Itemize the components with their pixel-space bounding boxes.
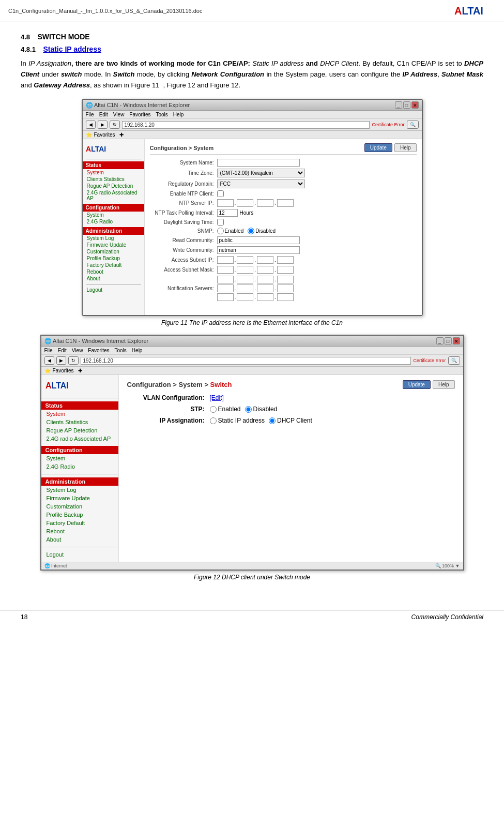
maximize-btn-2[interactable]: □ bbox=[445, 337, 452, 344]
menu2-file[interactable]: File bbox=[44, 348, 53, 353]
update-button-1[interactable]: Update bbox=[364, 143, 392, 152]
select-regdomain[interactable]: FCC bbox=[217, 179, 305, 188]
sidebar-custom[interactable]: Customization bbox=[83, 248, 144, 255]
ip-ntp-1[interactable] bbox=[217, 199, 234, 207]
input-read-comm[interactable] bbox=[217, 236, 300, 244]
back-btn-2[interactable]: ◀ bbox=[44, 356, 54, 365]
checkbox-dst[interactable] bbox=[217, 219, 224, 226]
favorites-add-2[interactable]: ✚ bbox=[78, 368, 82, 373]
ip-mask-2[interactable] bbox=[237, 266, 253, 274]
help-button-1[interactable]: Help bbox=[394, 143, 417, 152]
sidebar2-custom[interactable]: Customization bbox=[41, 502, 118, 511]
sidebar-24g[interactable]: 2.4G radio Associated AP bbox=[83, 189, 144, 202]
notif-1-2[interactable] bbox=[237, 276, 253, 283]
notif-2-4[interactable] bbox=[277, 284, 294, 292]
notif-3-4[interactable] bbox=[277, 293, 294, 301]
static-ip-radio[interactable] bbox=[210, 417, 217, 424]
ip-ntp-3[interactable] bbox=[257, 199, 273, 207]
sidebar-logout[interactable]: Logout bbox=[83, 287, 144, 293]
menu-help[interactable]: Help bbox=[173, 112, 184, 117]
sidebar2-firmware[interactable]: Firmware Update bbox=[41, 494, 118, 502]
sidebar-about[interactable]: About bbox=[83, 275, 144, 282]
sidebar2-config-radio[interactable]: 2.4G Radio bbox=[41, 462, 118, 471]
help-button-2[interactable]: Help bbox=[433, 380, 455, 389]
search-btn-2[interactable]: 🔍 bbox=[448, 356, 460, 365]
sidebar-system[interactable]: System bbox=[83, 169, 144, 176]
sidebar-firmware[interactable]: Firmware Update bbox=[83, 242, 144, 248]
sidebar2-about[interactable]: About bbox=[41, 535, 118, 544]
sidebar-rogue[interactable]: Rogue AP Detection bbox=[83, 183, 144, 189]
sidebar2-reboot[interactable]: Reboot bbox=[41, 527, 118, 535]
menu-edit[interactable]: Edit bbox=[99, 112, 108, 117]
forward-btn[interactable]: ▶ bbox=[98, 121, 108, 129]
input-sysname[interactable] bbox=[217, 159, 300, 167]
browser-controls-2[interactable]: _ □ ✕ bbox=[436, 337, 460, 344]
sidebar-syslog[interactable]: System Log bbox=[83, 235, 144, 242]
menu2-tools[interactable]: Tools bbox=[114, 348, 126, 353]
sidebar2-config-system[interactable]: System bbox=[41, 454, 118, 462]
update-button-2[interactable]: Update bbox=[403, 380, 431, 389]
notif-1-3[interactable] bbox=[257, 276, 273, 283]
notif-1-4[interactable] bbox=[277, 276, 294, 283]
stp-disabled-radio[interactable] bbox=[245, 406, 252, 413]
input-ntp-poll[interactable] bbox=[217, 209, 238, 217]
menu2-help[interactable]: Help bbox=[132, 348, 143, 353]
refresh-btn-2[interactable]: ↻ bbox=[68, 356, 79, 365]
menu-favorites[interactable]: Favorites bbox=[129, 112, 150, 117]
sidebar2-syslog[interactable]: System Log bbox=[41, 486, 118, 494]
ip-mask-1[interactable] bbox=[217, 266, 234, 274]
ip-acc-3[interactable] bbox=[257, 256, 273, 264]
sidebar2-system[interactable]: System bbox=[41, 410, 118, 418]
sidebar2-clients[interactable]: Clients Statistics bbox=[41, 418, 118, 426]
ip-acc-2[interactable] bbox=[237, 256, 253, 264]
ip-acc-1[interactable] bbox=[217, 256, 234, 264]
menu-tools[interactable]: Tools bbox=[156, 112, 167, 117]
stp-enabled-radio[interactable] bbox=[210, 406, 217, 413]
address-bar-1[interactable] bbox=[122, 121, 370, 129]
search-btn[interactable]: 🔍 bbox=[407, 121, 419, 129]
notif-2-1[interactable] bbox=[217, 284, 234, 292]
sidebar2-factory[interactable]: Factory Default bbox=[41, 519, 118, 527]
sidebar2-24g[interactable]: 2.4G radio Associated AP bbox=[41, 435, 118, 443]
sidebar2-logout[interactable]: Logout bbox=[41, 550, 118, 559]
notif-2-2[interactable] bbox=[237, 284, 253, 292]
vlan-edit-link[interactable]: [Edit] bbox=[210, 394, 224, 401]
favorites-add[interactable]: ✚ bbox=[119, 132, 124, 138]
snmp-enabled-radio[interactable] bbox=[217, 228, 224, 234]
ip-acc-4[interactable] bbox=[277, 256, 294, 264]
ip-ntp-2[interactable] bbox=[237, 199, 253, 207]
notif-3-1[interactable] bbox=[217, 293, 234, 301]
input-write-comm[interactable] bbox=[217, 246, 300, 254]
menu-view[interactable]: View bbox=[113, 112, 125, 117]
notif-3-3[interactable] bbox=[257, 293, 273, 301]
sidebar-reboot[interactable]: Reboot bbox=[83, 268, 144, 275]
menu2-favorites[interactable]: Favorites bbox=[88, 348, 109, 353]
notif-2-3[interactable] bbox=[257, 284, 273, 292]
maximize-btn[interactable]: □ bbox=[403, 101, 410, 109]
sidebar-factory[interactable]: Factory Default bbox=[83, 262, 144, 268]
address-bar-2[interactable] bbox=[81, 357, 411, 365]
menu-file[interactable]: File bbox=[86, 112, 94, 117]
ip-mask-4[interactable] bbox=[277, 266, 294, 274]
menu2-edit[interactable]: Edit bbox=[58, 348, 67, 353]
menu2-view[interactable]: View bbox=[72, 348, 83, 353]
notif-3-2[interactable] bbox=[237, 293, 253, 301]
minimize-btn-2[interactable]: _ bbox=[436, 337, 444, 344]
ip-ntp-4[interactable] bbox=[277, 199, 294, 207]
close-btn-2[interactable]: ✕ bbox=[453, 337, 460, 344]
minimize-btn[interactable]: _ bbox=[395, 101, 402, 109]
back-btn[interactable]: ◀ bbox=[86, 121, 96, 129]
dhcp-client-radio[interactable] bbox=[269, 417, 276, 424]
browser-controls-1[interactable]: _ □ ✕ bbox=[395, 101, 419, 109]
snmp-disabled-radio[interactable] bbox=[248, 228, 254, 234]
forward-btn-2[interactable]: ▶ bbox=[56, 356, 66, 365]
sidebar2-profile[interactable]: Profile Backup bbox=[41, 511, 118, 519]
refresh-btn[interactable]: ↻ bbox=[110, 121, 120, 129]
close-btn[interactable]: ✕ bbox=[411, 101, 419, 109]
select-timezone[interactable]: (GMT-12:00) Kwajalein bbox=[217, 169, 305, 177]
sidebar2-rogue[interactable]: Rogue AP Detection bbox=[41, 426, 118, 435]
checkbox-ntp[interactable] bbox=[217, 190, 224, 197]
sidebar-clients[interactable]: Clients Statistics bbox=[83, 176, 144, 183]
sidebar-config-system[interactable]: System bbox=[83, 212, 144, 218]
sidebar-config-radio[interactable]: 2.4G Radio bbox=[83, 218, 144, 225]
